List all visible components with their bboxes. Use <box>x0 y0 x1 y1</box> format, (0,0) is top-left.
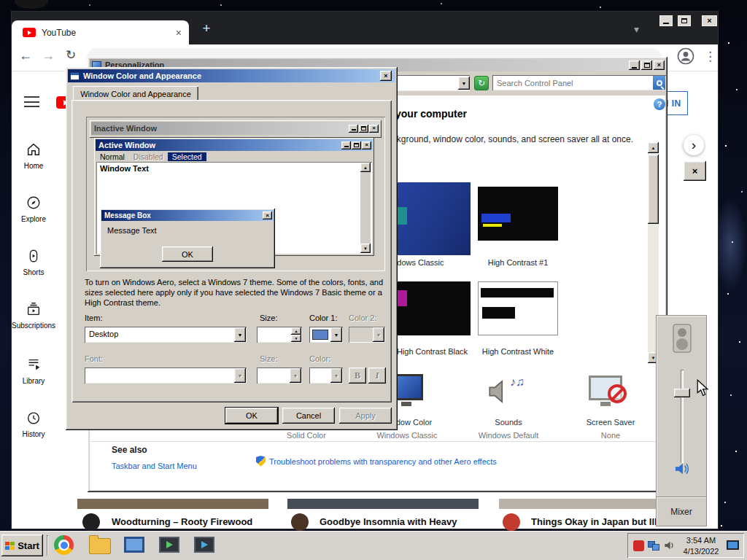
wca-title: Window Color and Appearance <box>83 72 201 80</box>
font-dropdown-button[interactable]: ▼ <box>234 368 246 383</box>
color1-dropdown-button[interactable]: ▼ <box>330 327 342 342</box>
channel-avatar[interactable] <box>291 513 309 531</box>
video-title[interactable]: Woodturning – Rooty Firewood <box>112 516 252 527</box>
chrome-taskbar-icon[interactable] <box>54 535 74 555</box>
video-title[interactable]: Goodbye Insomnia with Heavy <box>320 516 457 527</box>
personalization-minimize-button[interactable] <box>629 61 640 70</box>
volume-slider-thumb[interactable] <box>674 389 690 397</box>
personalization-close-button[interactable]: × <box>654 61 665 70</box>
media-player-taskbar-icon[interactable] <box>194 537 214 553</box>
scroll-down-icon: ▼ <box>651 356 656 360</box>
sidebar-item-library[interactable]: Library <box>12 357 55 385</box>
theme-tile-high-contrast-1[interactable] <box>478 187 558 241</box>
ok-button[interactable]: OK <box>225 408 278 424</box>
refresh-icon: ↻ <box>478 78 485 88</box>
shortcut-screen-saver[interactable]: Screen Saver None <box>567 373 654 443</box>
forward-icon[interactable]: → <box>42 48 55 63</box>
tab-close-icon[interactable]: × <box>176 27 182 39</box>
theme-tile-high-contrast-white[interactable] <box>478 281 558 335</box>
bold-label: B <box>355 371 360 380</box>
sidebar-item-shorts[interactable]: Shorts <box>12 248 55 276</box>
theme-label: High Contrast White <box>478 347 558 356</box>
carousel-next-button[interactable]: › <box>684 135 704 155</box>
sidebar-item-home[interactable]: Home <box>12 141 55 170</box>
close-icon: × <box>384 73 387 79</box>
search-button[interactable] <box>653 76 665 90</box>
monitor-stand <box>600 402 611 406</box>
item-dropdown-button[interactable]: ▼ <box>234 327 246 342</box>
window-maximize-button[interactable] <box>678 15 691 26</box>
apply-button[interactable]: Apply <box>339 408 392 424</box>
sidebar-item-subscriptions[interactable]: Subscriptions <box>12 301 55 330</box>
wca-titlebar[interactable]: Window Color and Appearance <box>68 69 395 82</box>
mixer-link[interactable]: Mixer <box>657 498 706 526</box>
security-alert-tray-icon[interactable] <box>633 540 644 551</box>
tray-time: 3:54 AM <box>678 535 724 546</box>
tile-accent <box>481 288 554 298</box>
remote-desktop-taskbar-icon[interactable] <box>124 537 144 553</box>
color2-dropdown-button[interactable]: ▼ <box>373 327 384 342</box>
cancel-button[interactable]: Cancel <box>282 408 335 424</box>
start-button[interactable]: Start <box>1 534 43 556</box>
appearance-preview[interactable]: Inactive Window × Active Window × Normal… <box>86 117 385 271</box>
network-tray-icon[interactable] <box>652 544 659 551</box>
folder-taskbar-icon[interactable] <box>89 538 111 554</box>
profile-avatar-icon[interactable] <box>677 47 694 65</box>
taskbar-start-menu-link[interactable]: Taskbar and Start Menu <box>112 462 197 470</box>
back-icon[interactable]: ← <box>19 48 32 63</box>
control-panel-search-box[interactable]: Search Control Panel <box>492 75 666 90</box>
tray-clock[interactable]: 3:54 AM 4/13/2022 <box>678 535 724 557</box>
bold-button[interactable]: B <box>349 368 366 384</box>
theme-label: High Contrast #1 <box>478 258 558 267</box>
browser-tab[interactable]: YouTube × <box>12 20 189 44</box>
help-icon[interactable]: ? <box>654 98 665 110</box>
scrollbar-thumb[interactable] <box>648 155 659 224</box>
mouse-cursor <box>696 379 711 397</box>
display-tray-icon[interactable] <box>727 540 739 550</box>
size1-spin-up[interactable]: ▲ <box>291 327 301 335</box>
item-value: Desktop <box>89 330 118 338</box>
scroll-up-button[interactable]: ▲ <box>648 142 659 153</box>
video-title[interactable]: Things Okay in Japan but Ill <box>531 516 657 527</box>
channel-avatar[interactable] <box>82 513 100 531</box>
shortcut-sounds[interactable]: ♪♫ Sounds Windows Default <box>465 373 552 443</box>
sidebar-item-explore[interactable]: Explore <box>12 195 55 223</box>
chevron-down-icon: ▼ <box>376 332 382 338</box>
channel-avatar[interactable] <box>503 513 520 531</box>
refresh-go-button[interactable]: ↻ <box>474 76 489 90</box>
media-player-taskbar-icon[interactable] <box>159 537 179 553</box>
video-thumbnail[interactable] <box>287 499 479 509</box>
italic-button[interactable]: I <box>368 368 386 384</box>
wca-close-button[interactable]: × <box>380 71 392 81</box>
volume-slider-track[interactable] <box>681 370 684 463</box>
video-thumbnail[interactable] <box>77 499 268 509</box>
font-combobox[interactable] <box>85 368 247 384</box>
preview-close-button: × <box>369 125 379 133</box>
background-window-close-button[interactable]: × <box>684 161 706 181</box>
item-combobox[interactable]: Desktop <box>85 327 247 343</box>
address-dropdown-button[interactable]: ▼ <box>458 77 470 90</box>
music-notes-icon: ♪♫ <box>510 376 525 389</box>
window-close-button[interactable]: × <box>702 15 717 26</box>
fontcolor-dropdown-button[interactable]: ▼ <box>330 368 342 383</box>
shortcut-value: Solid Color <box>263 431 350 440</box>
troubleshoot-link[interactable]: Troubleshoot problems with transparency … <box>269 457 497 466</box>
window-minimize-button[interactable] <box>659 15 673 26</box>
tab-search-chevron-icon[interactable]: ▾ <box>634 23 639 35</box>
menu-icon[interactable] <box>24 96 39 107</box>
sidebar-item-history[interactable]: History <box>12 410 55 438</box>
theme-tile-high-contrast-black[interactable] <box>394 281 471 335</box>
speaker-volume-icon[interactable] <box>674 462 690 476</box>
menu-item-normal: Normal <box>96 152 129 161</box>
personalization-maximize-button[interactable] <box>641 61 652 70</box>
preview-close-button: × <box>263 211 272 219</box>
reload-icon[interactable]: ↻ <box>66 47 76 63</box>
browser-menu-icon[interactable]: ⋮ <box>704 49 716 64</box>
menu-bar <box>24 101 39 103</box>
volume-tray-icon[interactable] <box>664 540 676 551</box>
size2-dropdown-button[interactable]: ▼ <box>290 368 301 383</box>
preview-maximize-button <box>352 141 361 149</box>
size1-spin-down[interactable]: ▼ <box>291 335 301 342</box>
new-tab-icon[interactable]: + <box>198 20 215 37</box>
wca-tab[interactable]: Window Color and Appearance <box>73 86 198 101</box>
